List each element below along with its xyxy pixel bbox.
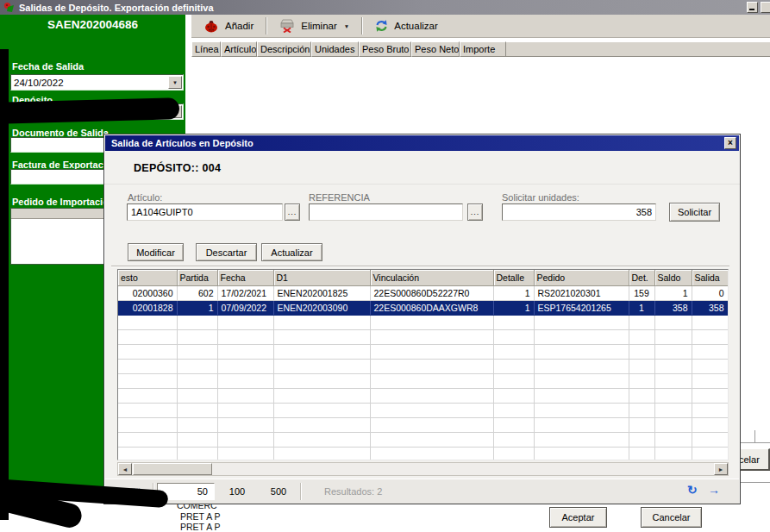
- add-button[interactable]: Añadir: [195, 18, 261, 34]
- cancelar-button[interactable]: Cancelar: [641, 507, 702, 528]
- scrollbar-thumb[interactable]: [133, 463, 212, 475]
- grid-column-header[interactable]: esto: [118, 270, 177, 285]
- solicitar-unidades-field[interactable]: [502, 203, 656, 221]
- grid-column-header[interactable]: Detalle: [493, 270, 534, 285]
- grid-empty-cell: [493, 329, 534, 344]
- grid-column-header[interactable]: Saldo: [654, 270, 692, 285]
- referencia-field[interactable]: [309, 203, 463, 221]
- fecha-salida-combo[interactable]: ▼: [10, 74, 184, 91]
- grid-cell[interactable]: 1: [629, 300, 654, 315]
- grid-cell[interactable]: 1: [493, 300, 534, 315]
- descartar-button[interactable]: Descartar: [196, 243, 257, 261]
- close-button[interactable]: ×: [724, 137, 736, 149]
- grid-empty-cell: [534, 329, 629, 344]
- grid-hscrollbar[interactable]: ◄ ►: [117, 462, 729, 476]
- grid-column-header[interactable]: Det.: [629, 270, 654, 285]
- fecha-dropdown-button[interactable]: ▼: [168, 76, 182, 89]
- grid-empty-cell: [177, 432, 217, 447]
- articulo-browse-button[interactable]: ...: [285, 203, 300, 221]
- background-list-item: PRET A P: [180, 522, 221, 532]
- grid-empty-cell: [493, 403, 534, 417]
- grid-column-header[interactable]: Salida: [692, 270, 728, 285]
- scroll-left-button[interactable]: ◄: [118, 463, 132, 475]
- articulo-field[interactable]: [127, 203, 283, 221]
- separator: [300, 483, 301, 500]
- grid-column-header[interactable]: D1: [273, 270, 370, 285]
- refresh-icon[interactable]: ↻: [687, 483, 698, 497]
- grid-row[interactable]: 02001828107/09/2022ENEN20200309022ES0008…: [118, 300, 728, 315]
- minimize-button[interactable]: [747, 2, 758, 13]
- grid-column-header[interactable]: Partida: [177, 270, 217, 285]
- grid-empty-cell: [118, 344, 177, 359]
- maximize-button[interactable]: [761, 2, 770, 13]
- grid-cell[interactable]: ENEN202001825: [273, 285, 370, 300]
- window-title: Salidas de Depósito. Exportación definit…: [19, 3, 214, 13]
- grid-empty-cell: [629, 373, 654, 388]
- grid-cell[interactable]: 1: [493, 285, 534, 300]
- grid-empty-row: [118, 388, 728, 403]
- grid-column-header[interactable]: Vinculación: [370, 270, 493, 285]
- referencia-input[interactable]: [310, 204, 462, 220]
- solicitar-unidades-input[interactable]: [503, 204, 655, 220]
- grid-empty-cell: [273, 417, 370, 432]
- grid-cell[interactable]: ESP17654201265: [534, 300, 629, 315]
- grid-empty-cell: [177, 329, 217, 344]
- main-column-header[interactable]: Línea: [191, 41, 221, 57]
- grid-empty-cell: [629, 447, 654, 460]
- main-column-header[interactable]: Importe: [460, 41, 506, 57]
- solicitar-button[interactable]: Solicitar: [669, 203, 720, 222]
- background-list-item: PRET A P: [180, 511, 221, 523]
- fecha-salida-input[interactable]: [11, 75, 183, 90]
- main-column-header[interactable]: Descripción: [257, 41, 311, 57]
- referencia-browse-button[interactable]: ...: [467, 203, 483, 221]
- grid-empty-cell: [273, 329, 370, 344]
- grid-empty-cell: [654, 344, 692, 359]
- grid-empty-row: [118, 447, 728, 460]
- next-arrow-icon[interactable]: →: [708, 483, 720, 497]
- page-size-button[interactable]: 500: [263, 483, 294, 500]
- modificar-button[interactable]: Modificar: [128, 243, 184, 261]
- grid-empty-row: [118, 344, 728, 359]
- grid-empty-cell: [692, 373, 728, 388]
- grid-column-header[interactable]: Pedido: [534, 270, 629, 285]
- grid-cell[interactable]: 358: [654, 300, 692, 315]
- grid-cell[interactable]: 602: [177, 285, 217, 300]
- grid-column-header[interactable]: Fecha: [217, 270, 273, 285]
- articulo-input[interactable]: [128, 204, 282, 220]
- grid-empty-cell: [370, 373, 493, 388]
- grid-cell[interactable]: 159: [629, 285, 654, 300]
- grid-row[interactable]: 0200036060217/02/2021ENEN20200182522ES00…: [118, 285, 728, 300]
- grid-cell[interactable]: 1: [177, 300, 217, 315]
- background-cancel-button-fragment[interactable]: celar: [738, 448, 770, 471]
- grid-cell[interactable]: RS2021020301: [534, 285, 629, 300]
- grid-empty-cell: [629, 315, 654, 329]
- grid-empty-cell: [370, 447, 493, 460]
- record-code: SAEN202004686: [0, 18, 185, 31]
- grid-empty-cell: [118, 403, 177, 417]
- grid-cell[interactable]: 22ES000860D52227R0: [370, 285, 493, 300]
- grid-cell[interactable]: 358: [692, 300, 728, 315]
- grid-cell[interactable]: 02001828: [118, 300, 177, 315]
- main-column-header[interactable]: Artículo: [221, 41, 257, 57]
- grid-empty-cell: [493, 344, 534, 359]
- grid-empty-row: [118, 403, 728, 417]
- grid-empty-cell: [629, 403, 654, 417]
- page-size-button[interactable]: 100: [222, 483, 253, 500]
- grid-cell[interactable]: ENEN202003090: [273, 300, 370, 315]
- scroll-right-button[interactable]: ►: [714, 463, 728, 475]
- aceptar-button[interactable]: Aceptar: [549, 507, 607, 528]
- grid-empty-cell: [177, 388, 217, 403]
- grid-cell[interactable]: 02000360: [118, 285, 177, 300]
- grid-empty-cell: [534, 315, 629, 329]
- grid-cell[interactable]: 1: [654, 285, 692, 300]
- grid-cell[interactable]: 0: [692, 285, 728, 300]
- main-column-header[interactable]: Peso Bruto: [359, 41, 411, 57]
- main-column-header[interactable]: Unidades: [311, 41, 359, 57]
- grid-cell[interactable]: 07/09/2022: [217, 300, 273, 315]
- refresh-button[interactable]: Actualizar: [366, 17, 446, 34]
- grid-cell[interactable]: 22ES000860DAAXGWR8: [370, 300, 493, 315]
- actualizar-button[interactable]: Actualizar: [261, 243, 322, 261]
- delete-button[interactable]: Eliminar ▼: [271, 17, 357, 34]
- main-column-header[interactable]: Peso Neto: [411, 41, 460, 57]
- grid-cell[interactable]: 17/02/2021: [217, 285, 273, 300]
